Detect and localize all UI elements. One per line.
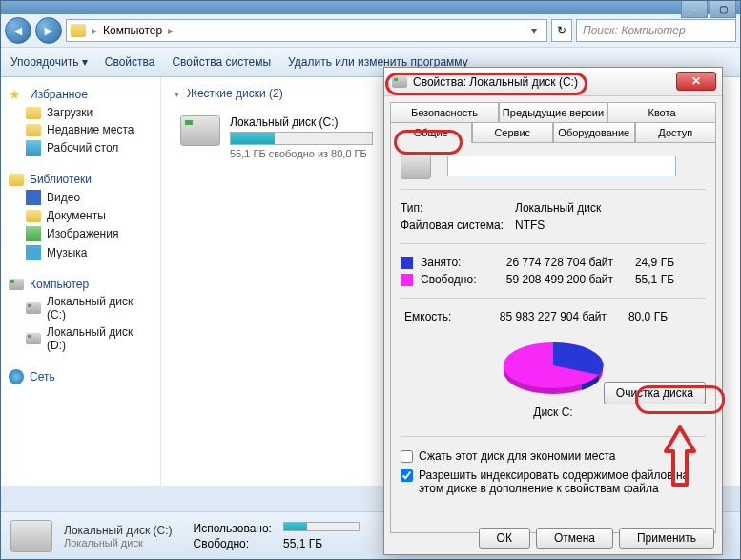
- folder-icon: [26, 107, 41, 119]
- sidebar-item-documents[interactable]: Документы: [5, 207, 156, 224]
- disk-label-input[interactable]: [447, 156, 676, 176]
- folder-icon: [26, 124, 41, 136]
- search-input[interactable]: Поиск: Компьютер: [576, 19, 736, 42]
- refresh-button[interactable]: ↻: [551, 19, 572, 42]
- tab-hardware[interactable]: Оборудование: [553, 122, 635, 143]
- disk-name: Локальный диск (C:): [230, 115, 388, 129]
- video-icon: [26, 190, 41, 205]
- ok-button[interactable]: ОК: [479, 528, 530, 549]
- usage-pie-chart: [496, 333, 610, 402]
- sidebar-item-desktop[interactable]: Рабочий стол: [5, 138, 156, 157]
- dialog-title: Свойства: Локальный диск (C:): [413, 75, 714, 89]
- disk-icon: [26, 333, 41, 344]
- fs-value: NTFS: [515, 218, 545, 232]
- sidebar-item-downloads[interactable]: Загрузки: [5, 104, 156, 121]
- tab-sharing[interactable]: Доступ: [635, 122, 717, 143]
- dialog-titlebar[interactable]: Свойства: Локальный диск (C:) ✕: [384, 68, 722, 96]
- sidebar-item-disk-c[interactable]: Локальный диск (C:): [5, 293, 156, 323]
- computer-icon: [71, 24, 86, 37]
- properties-button[interactable]: Свойства: [105, 55, 155, 69]
- tab-strip: Безопасность Предыдущие версии Квота Общ…: [390, 102, 716, 142]
- tab-security[interactable]: Безопасность: [390, 102, 499, 123]
- computer-icon: [9, 279, 24, 290]
- type-label: Тип:: [401, 201, 515, 215]
- free-bytes: 59 208 499 200 байт: [493, 273, 627, 286]
- breadcrumb-arrow: ▸: [92, 24, 97, 37]
- favorites-label: Избранное: [30, 88, 88, 101]
- status-free-label: Свободно:: [194, 537, 272, 550]
- titlebar: [1, 1, 740, 14]
- computer-header[interactable]: Компьютер: [5, 276, 156, 293]
- disk-icon: [26, 302, 41, 314]
- forward-button[interactable]: ►: [35, 17, 62, 44]
- back-button[interactable]: ◄: [5, 17, 31, 44]
- free-gb: 55,1 ГБ: [627, 273, 674, 286]
- tab-general[interactable]: Общие: [390, 122, 472, 143]
- network-icon: [9, 369, 24, 384]
- apply-button[interactable]: Применить: [619, 528, 714, 549]
- desktop-icon: [26, 140, 41, 156]
- documents-icon: [26, 210, 41, 222]
- disk-icon: [392, 76, 407, 88]
- status-disk-icon: [10, 520, 52, 552]
- status-usage-bar: [283, 522, 360, 531]
- breadcrumb-arrow: ▸: [168, 24, 174, 37]
- sidebar-item-pictures[interactable]: Изображения: [5, 224, 156, 243]
- tab-previous-versions[interactable]: Предыдущие версии: [499, 102, 607, 123]
- minimize-button[interactable]: –: [681, 1, 708, 18]
- pie-label: Диск C:: [401, 405, 706, 419]
- capacity-label: Емкость:: [401, 310, 486, 323]
- music-icon: [26, 245, 41, 260]
- disk-free-text: 55,1 ГБ свободно из 80,0 ГБ: [230, 148, 388, 159]
- disk-icon: [401, 153, 431, 179]
- organize-menu[interactable]: Упорядочить ▾: [10, 55, 88, 69]
- fs-label: Файловая система:: [401, 218, 515, 232]
- used-label: Занято:: [421, 256, 493, 269]
- window-controls: – ▢: [681, 1, 736, 18]
- used-bytes: 26 774 728 704 байт: [493, 256, 627, 269]
- capacity-gb: 80,0 ГБ: [620, 310, 668, 323]
- status-free-val: 55,1 ГБ: [283, 537, 360, 550]
- address-bar[interactable]: ▸ Компьютер ▸ ▾: [66, 19, 547, 42]
- cancel-button[interactable]: Отмена: [536, 528, 613, 549]
- free-color-swatch: [401, 274, 413, 286]
- sidebar: ★Избранное Загрузки Недавние места Рабоч…: [1, 77, 161, 486]
- computer-label: Компьютер: [30, 278, 89, 291]
- disk-icon: [180, 115, 220, 146]
- sidebar-item-video[interactable]: Видео: [5, 188, 156, 207]
- maximize-button[interactable]: ▢: [710, 1, 736, 18]
- favorites-header[interactable]: ★Избранное: [5, 85, 156, 104]
- dialog-buttons: ОК Отмена Применить: [479, 528, 714, 549]
- system-properties-button[interactable]: Свойства системы: [172, 55, 271, 69]
- sidebar-item-music[interactable]: Музыка: [5, 243, 156, 262]
- sidebar-item-recent[interactable]: Недавние места: [5, 121, 156, 138]
- status-used-label: Использовано:: [194, 522, 272, 535]
- network-label: Сеть: [30, 370, 55, 384]
- type-value: Локальный диск: [515, 201, 601, 215]
- libraries-icon: [9, 174, 24, 186]
- disk-usage-bar: [230, 132, 373, 145]
- status-type: Локальный диск: [64, 537, 173, 549]
- sidebar-item-disk-d[interactable]: Локальный диск (D:): [5, 323, 156, 354]
- libraries-label: Библиотеки: [30, 173, 92, 186]
- nav-bar: ◄ ► ▸ Компьютер ▸ ▾ ↻ Поиск: Компьютер: [1, 14, 740, 47]
- used-gb: 24,9 ГБ: [627, 256, 674, 269]
- libraries-header[interactable]: Библиотеки: [5, 171, 156, 188]
- tab-tools[interactable]: Сервис: [472, 122, 554, 143]
- tab-quota[interactable]: Квота: [607, 102, 716, 123]
- disk-cleanup-button[interactable]: Очистка диска: [604, 382, 706, 404]
- pictures-icon: [26, 226, 41, 241]
- close-button[interactable]: ✕: [676, 72, 716, 91]
- annotation-arrow: [656, 418, 704, 494]
- status-title: Локальный диск (C:): [64, 524, 173, 537]
- network-header[interactable]: Сеть: [5, 367, 156, 386]
- capacity-bytes: 85 983 227 904 байт: [486, 310, 620, 323]
- disk-entry-c[interactable]: Локальный диск (C:) 55,1 ГБ свободно из …: [175, 110, 394, 165]
- breadcrumb-location[interactable]: Компьютер: [103, 24, 162, 37]
- address-dropdown[interactable]: ▾: [525, 24, 543, 37]
- used-color-swatch: [401, 257, 413, 269]
- free-label: Свободно:: [421, 273, 493, 286]
- star-icon: ★: [9, 87, 24, 102]
